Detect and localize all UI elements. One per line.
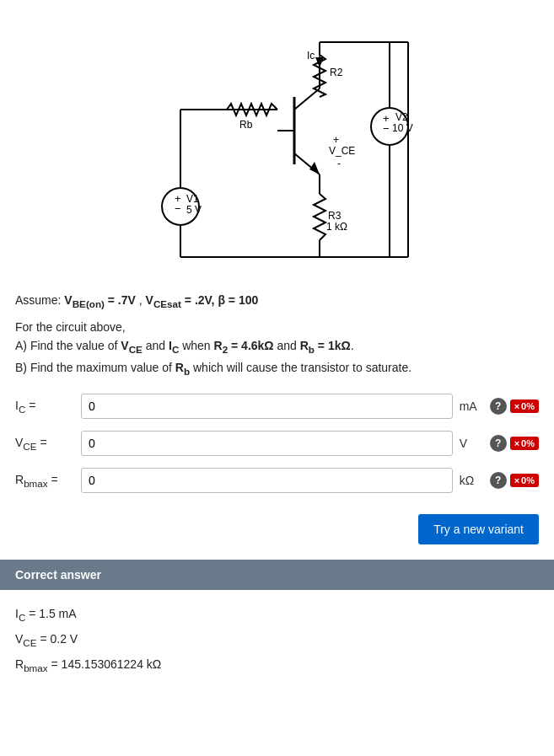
- svg-text:1 kΩ: 1 kΩ: [326, 221, 347, 233]
- svg-text:+: +: [333, 134, 339, 146]
- rbmax-input[interactable]: [81, 468, 453, 493]
- rbmax-percent-badge: × 0%: [510, 474, 539, 487]
- correct-ic: IC = 1.5 mA: [15, 602, 539, 627]
- ic-badges: ? × 0%: [490, 398, 539, 415]
- try-variant-area: Try a new variant: [0, 499, 554, 560]
- svg-text:−: −: [175, 202, 181, 215]
- circuit-diagram: + − V1 5 V Rb Ic: [117, 17, 438, 278]
- problem-partB: B) Find the maximum value of Rb which wi…: [15, 358, 539, 379]
- ic-info-badge[interactable]: ?: [490, 398, 507, 415]
- svg-text:V2: V2: [395, 111, 408, 123]
- ic-label: IC =: [15, 399, 74, 415]
- vce-info-badge[interactable]: ?: [490, 435, 507, 452]
- svg-text:-: -: [337, 158, 341, 169]
- ic-input[interactable]: [81, 394, 453, 419]
- svg-text:5 V: 5 V: [186, 204, 202, 216]
- rbmax-x-icon: ×: [514, 475, 519, 485]
- svg-text:Ic: Ic: [307, 50, 315, 62]
- svg-text:R3: R3: [328, 210, 342, 222]
- vce-label: VCE =: [15, 436, 74, 452]
- problem-text: For the circuit above, A) Find the value…: [0, 314, 554, 388]
- circuit-area: + − V1 5 V Rb Ic: [0, 0, 554, 287]
- vce-percent: 0%: [521, 438, 535, 448]
- problem-partA: A) Find the value of VCE and IC when R2 …: [15, 336, 539, 357]
- ic-percent-badge: × 0%: [510, 399, 539, 413]
- vce-unit: V: [460, 437, 483, 450]
- correct-answer-header: Correct answer: [0, 560, 554, 590]
- rbmax-info-badge[interactable]: ?: [490, 472, 507, 489]
- svg-text:V1: V1: [186, 193, 199, 205]
- ic-row: IC = mA ? × 0%: [0, 388, 554, 425]
- svg-marker-14: [309, 162, 320, 174]
- ic-percent: 0%: [521, 401, 535, 411]
- rbmax-percent: 0%: [521, 475, 535, 485]
- correct-vce: VCE = 0.2 V: [15, 627, 539, 652]
- ic-x-icon: ×: [514, 401, 519, 411]
- problem-intro: For the circuit above,: [15, 318, 539, 336]
- svg-text:Rb: Rb: [239, 119, 253, 131]
- vce-row: VCE = V ? × 0%: [0, 425, 554, 462]
- svg-line-12: [294, 88, 320, 110]
- svg-text:10 V: 10 V: [392, 122, 413, 134]
- svg-text:R2: R2: [330, 67, 343, 78]
- rbmax-unit: kΩ: [460, 474, 483, 487]
- ic-unit: mA: [460, 399, 483, 413]
- rbmax-row: Rbmax = kΩ ? × 0%: [0, 462, 554, 499]
- svg-text:V_CE: V_CE: [329, 145, 355, 157]
- vce-badges: ? × 0%: [490, 435, 539, 452]
- correct-rbmax: Rbmax = 145.153061224 kΩ: [15, 652, 539, 678]
- vce-percent-badge: × 0%: [510, 437, 539, 450]
- rbmax-badges: ? × 0%: [490, 472, 539, 489]
- assumptions-text: Assume: VBE(on) = .7V , VCEsat = .2V, β …: [0, 287, 554, 314]
- correct-answer-body: IC = 1.5 mA VCE = 0.2 V Rbmax = 145.1530…: [0, 590, 554, 689]
- vce-input[interactable]: [81, 431, 453, 456]
- try-variant-button[interactable]: Try a new variant: [418, 514, 539, 544]
- rbmax-label: Rbmax =: [15, 473, 74, 489]
- vce-x-icon: ×: [514, 438, 519, 448]
- svg-text:−: −: [383, 122, 390, 135]
